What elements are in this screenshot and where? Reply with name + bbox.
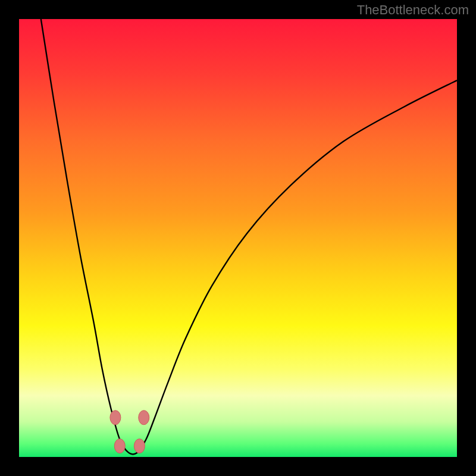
chart-frame: TheBottleneck.com bbox=[0, 0, 476, 476]
curve-marker bbox=[139, 411, 149, 425]
curve-marker bbox=[114, 439, 125, 453]
curve-marker bbox=[134, 439, 145, 453]
curve-layer bbox=[19, 19, 457, 457]
curve-marker bbox=[110, 411, 121, 425]
curve-markers bbox=[110, 411, 149, 453]
watermark-text: TheBottleneck.com bbox=[357, 2, 469, 18]
bottleneck-curve bbox=[41, 19, 457, 454]
plot-area bbox=[19, 19, 457, 457]
